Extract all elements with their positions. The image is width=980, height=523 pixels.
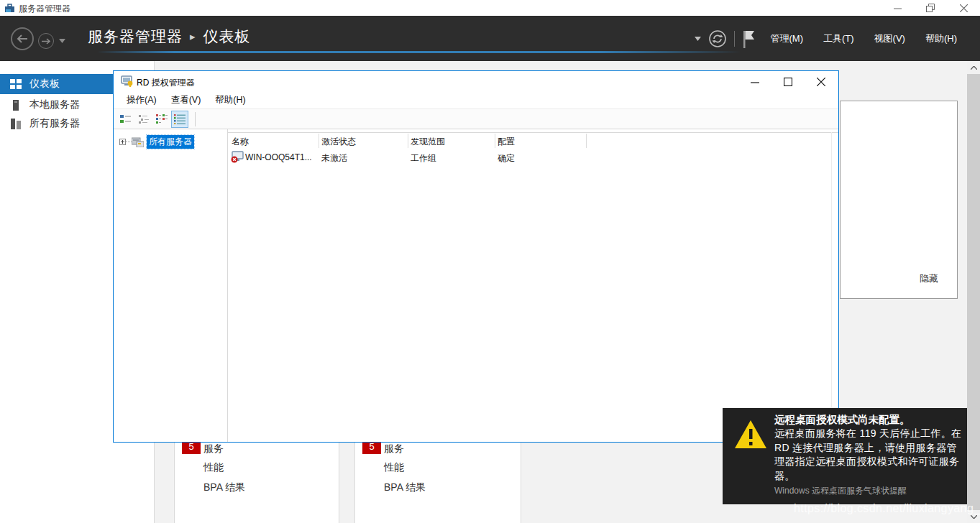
maximize-icon xyxy=(784,78,792,86)
breadcrumb-current[interactable]: 仪表板 xyxy=(203,27,251,47)
tile-row-performance[interactable]: 性能 xyxy=(355,459,521,476)
sidebar-item-label: 本地服务器 xyxy=(29,98,80,111)
window-title: 服务器管理器 xyxy=(19,3,70,15)
menu-view[interactable]: 视图(V) xyxy=(864,32,915,45)
column-separator[interactable] xyxy=(586,134,587,148)
cell-scope: 工作组 xyxy=(411,152,436,165)
tile-link-bpa-results[interactable]: BPA 结果 xyxy=(384,481,426,494)
tree-node-all-servers[interactable]: 所有服务器 xyxy=(119,135,194,148)
toast-body: 远程桌面服务将在 119 天后停止工作。在 RD 连接代理服务器上，请使用服务器… xyxy=(774,427,963,483)
small-icons-view-icon xyxy=(138,114,150,124)
server-manager-app-icon xyxy=(4,3,15,13)
server-error-icon xyxy=(231,151,244,163)
menu-help[interactable]: 帮助(H) xyxy=(915,32,967,45)
toast-footer: Windows 远程桌面服务气球状提醒 xyxy=(774,485,963,497)
rd-menubar: 操作(A) 查看(V) 帮助(H) xyxy=(114,92,838,109)
breadcrumb-separator: ▸ xyxy=(190,30,196,43)
column-header-activation[interactable]: 激活状态 xyxy=(321,136,356,148)
rd-toolbar xyxy=(114,109,838,129)
menu-tools[interactable]: 工具(T) xyxy=(813,32,864,45)
history-dropdown-icon[interactable] xyxy=(59,39,65,43)
tile-link-services[interactable]: 服务 xyxy=(384,443,404,455)
tile-row-services[interactable]: 5 服务 xyxy=(355,440,521,458)
tile-link-performance[interactable]: 性能 xyxy=(384,461,404,474)
tile-row-bpa[interactable]: BPA 结果 xyxy=(355,479,521,496)
breadcrumb: 服务器管理器 ▸ 仪表板 xyxy=(88,27,251,47)
scroll-up-button[interactable] xyxy=(967,61,980,74)
rd-console-tree: 所有服务器 xyxy=(114,129,227,442)
navbar-separator xyxy=(734,31,735,47)
close-icon xyxy=(817,78,825,86)
rd-menu-help[interactable]: 帮助(H) xyxy=(208,94,252,106)
servers-node-icon xyxy=(132,136,144,147)
rd-licensing-toast[interactable]: 远程桌面授权模式尚未配置。 远程桌面服务将在 119 天后停止工作。在 RD 连… xyxy=(723,408,967,504)
column-separator[interactable] xyxy=(319,134,319,148)
list-top-border xyxy=(228,132,838,133)
minimize-icon xyxy=(894,4,902,12)
column-header-config[interactable]: 配置 xyxy=(498,136,515,148)
rd-menu-action[interactable]: 操作(A) xyxy=(119,94,164,106)
sidebar-item-label: 所有服务器 xyxy=(29,117,80,130)
chevron-up-icon xyxy=(971,66,977,70)
rd-close-button[interactable] xyxy=(805,71,837,92)
breadcrumb-underline-glow xyxy=(97,51,741,53)
rd-minimize-button[interactable] xyxy=(739,71,771,92)
tile-row-services[interactable]: 5 服务 xyxy=(175,440,339,458)
sidebar-item-label: 仪表板 xyxy=(29,78,60,91)
rd-maximize-button[interactable] xyxy=(772,71,804,92)
rd-licensing-manager-window: RD 授权管理器 操作(A) 查看(V) 帮助(H) xyxy=(113,70,839,443)
toolbar-small-icons-button[interactable] xyxy=(135,111,152,128)
menu-manage[interactable]: 管理(M) xyxy=(761,32,814,45)
rd-menu-view[interactable]: 查看(V) xyxy=(164,94,209,106)
minimize-button[interactable] xyxy=(881,0,914,16)
toolbar-list-view-button[interactable] xyxy=(153,111,170,128)
column-separator[interactable] xyxy=(495,134,495,148)
local-server-icon xyxy=(9,100,22,111)
toolbar-separator xyxy=(195,112,196,126)
column-header-scope[interactable]: 发现范围 xyxy=(411,136,445,148)
main-titlebar: 服务器管理器 xyxy=(0,0,980,16)
details-view-icon xyxy=(174,114,186,124)
back-button[interactable] xyxy=(11,27,34,50)
cell-config: 确定 xyxy=(498,152,515,165)
restore-icon xyxy=(926,4,935,12)
tile-link-services[interactable]: 服务 xyxy=(203,443,224,455)
main-scrollbar[interactable] xyxy=(967,61,980,523)
forward-button[interactable] xyxy=(38,33,54,49)
minimize-icon xyxy=(751,78,759,86)
toolbar-large-icons-button[interactable] xyxy=(117,111,134,128)
column-header-name[interactable]: 名称 xyxy=(232,136,249,148)
list-view-icon xyxy=(156,114,168,124)
cell-server-name: WIN-OOQ54T1... xyxy=(245,152,312,162)
flag-icon[interactable] xyxy=(742,29,755,48)
refresh-icon[interactable] xyxy=(708,29,727,48)
toast-title: 远程桌面授权模式尚未配置。 xyxy=(774,412,963,427)
toast-text-block: 远程桌面授权模式尚未配置。 远程桌面服务将在 119 天后停止工作。在 RD 连… xyxy=(774,412,963,497)
tile-row-performance[interactable]: 性能 xyxy=(175,459,339,476)
tile-link-bpa-results[interactable]: BPA 结果 xyxy=(203,481,245,494)
watermark: https://blog.csdn.net/liuxiangyang_ xyxy=(794,502,974,515)
tile-link-performance[interactable]: 性能 xyxy=(203,461,224,474)
breadcrumb-root[interactable]: 服务器管理器 xyxy=(88,27,183,47)
message-flyout-panel: 隐藏 xyxy=(840,101,958,299)
hide-link[interactable]: 隐藏 xyxy=(920,272,938,285)
tree-node-label[interactable]: 所有服务器 xyxy=(147,135,194,149)
notifications-dropdown-icon[interactable] xyxy=(695,37,701,41)
navbar-right-group: 管理(M) 工具(T) 视图(V) 帮助(H) xyxy=(695,16,968,61)
close-button[interactable] xyxy=(947,0,980,16)
tile-row-bpa[interactable]: BPA 结果 xyxy=(175,479,339,496)
chevron-down-icon xyxy=(971,515,977,519)
rd-window-title: RD 授权管理器 xyxy=(137,77,195,89)
cell-activation: 未激活 xyxy=(321,152,347,165)
large-icons-view-icon xyxy=(120,114,132,124)
rd-server-list: 名称 激活状态 发现范围 配置 WIN-OOQ54T1... 未激活 工作组 确… xyxy=(228,129,838,442)
rd-licensing-app-icon xyxy=(121,75,134,87)
back-arrow-icon xyxy=(17,34,28,43)
rd-titlebar[interactable]: RD 授权管理器 xyxy=(114,71,838,92)
all-servers-icon xyxy=(9,119,22,129)
dashboard-grid-icon xyxy=(9,79,22,89)
expand-plus-icon[interactable] xyxy=(119,139,126,145)
toolbar-details-view-button[interactable] xyxy=(171,111,188,128)
column-separator[interactable] xyxy=(408,134,408,148)
restore-button[interactable] xyxy=(914,0,947,16)
